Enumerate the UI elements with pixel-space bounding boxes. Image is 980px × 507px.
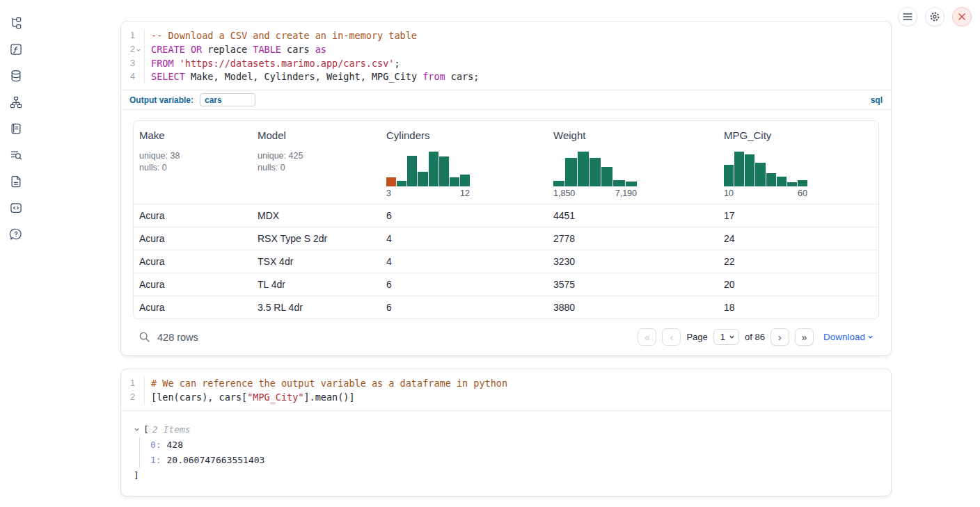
logs-search-icon[interactable]	[8, 147, 24, 163]
code-line: 2 [len(cars), cars["MPG_City"].mean()]	[121, 391, 891, 405]
code-token: TABLE	[253, 44, 281, 55]
menu-button[interactable]	[898, 7, 917, 26]
code-token: 'https://datasets.marimo.app/cars.csv'	[180, 58, 395, 69]
code-token: # We can reference the output variable a…	[151, 378, 507, 389]
histogram-bar	[787, 182, 797, 186]
cell-cylinders: 6	[381, 204, 548, 227]
column-header-model[interactable]: Model unique: 425nulls: 0	[252, 121, 381, 204]
cell-cylinders: 6	[381, 273, 548, 296]
histogram-bar	[386, 177, 396, 186]
sql-code-editor[interactable]: 1 -- Download a CSV and create an in-mem…	[121, 22, 891, 90]
entry-value: 20.060747663551403	[166, 455, 264, 465]
line-number: 4	[130, 70, 135, 84]
table-row: Acura TL 4dr 6 3575 20	[134, 273, 878, 296]
histogram-bar	[601, 167, 612, 186]
histogram-bar	[578, 152, 589, 186]
column-header-cylinders[interactable]: Cylinders 312	[381, 121, 548, 204]
table-row: Acura TSX 4dr 4 3230 22	[134, 250, 878, 273]
column-header-weight[interactable]: Weight 1,8507,190	[548, 121, 718, 204]
histogram-bar	[418, 172, 427, 186]
column-header-mpg-city[interactable]: MPG_City 1060	[718, 121, 878, 204]
documentation-icon[interactable]	[8, 174, 24, 189]
cell-weight: 4451	[548, 204, 718, 227]
next-page-button[interactable]: ›	[770, 328, 789, 346]
fold-chevron-icon[interactable]	[136, 47, 142, 53]
chevron-down-icon	[729, 334, 735, 340]
histogram-bar	[429, 152, 438, 186]
code-token: from	[422, 71, 445, 82]
histogram-bar	[407, 156, 417, 186]
code-token: -- Download a CSV and create an in-memor…	[151, 30, 417, 41]
histogram-cylinders: 312	[386, 150, 470, 198]
notebook: 1 -- Download a CSV and create an in-mem…	[120, 21, 892, 497]
cell-model: MDX	[252, 204, 381, 227]
result-entry: 0: 428	[150, 437, 878, 453]
page-select[interactable]: 1	[713, 329, 739, 345]
python-code-editor[interactable]: 1 # We can reference the output variable…	[121, 369, 891, 410]
cell-mpg: 22	[718, 250, 878, 273]
code-token: cars	[281, 44, 315, 55]
code-line: 3 FROM 'https://datasets.marimo.app/cars…	[121, 57, 891, 71]
hist-max-label: 60	[798, 188, 807, 198]
hist-max-label: 7,190	[615, 188, 637, 198]
histogram-weight: 1,8507,190	[553, 150, 637, 198]
code-token: SELECT	[151, 71, 185, 82]
code-token: [len(cars), cars[	[151, 392, 247, 403]
histogram-bar	[626, 182, 637, 186]
cell-cylinders: 6	[381, 296, 548, 319]
settings-gear-button[interactable]	[925, 7, 945, 26]
prev-page-button[interactable]: ‹	[662, 328, 681, 346]
histogram-bar	[734, 152, 744, 186]
column-title: MPG_City	[724, 129, 873, 141]
cell-make: Acura	[134, 250, 252, 273]
cell-mpg: 17	[718, 204, 878, 227]
column-title: Make	[139, 129, 246, 141]
snippets-icon[interactable]	[8, 200, 24, 216]
page-select-value: 1	[720, 332, 725, 342]
database-icon[interactable]	[8, 68, 24, 83]
file-tree-icon[interactable]	[8, 15, 24, 31]
search-icon[interactable]	[139, 331, 150, 343]
scratchpad-icon[interactable]	[8, 121, 24, 136]
histogram-bar	[439, 156, 449, 186]
download-button[interactable]: Download	[823, 332, 874, 342]
last-page-button[interactable]: »	[795, 328, 814, 346]
histogram-bar	[460, 175, 470, 186]
column-header-make[interactable]: Make unique: 38nulls: 0	[134, 121, 252, 204]
unique-stat: unique: 38	[139, 151, 180, 161]
code-token: "MPG_City"	[247, 392, 303, 403]
nulls-stat: nulls: 0	[258, 163, 285, 172]
help-icon[interactable]	[8, 227, 24, 242]
cell-model: TSX 4dr	[252, 250, 381, 273]
table-row: Acura RSX Type S 2dr 4 2778 24	[134, 227, 878, 250]
row-count-label: 428 rows	[157, 332, 198, 343]
histogram-bar	[553, 181, 564, 186]
cell-weight: 3880	[548, 296, 718, 319]
sql-cell-output: Make unique: 38nulls: 0 Model unique: 42…	[121, 109, 891, 355]
column-title: Weight	[553, 129, 713, 141]
cell-cylinders: 4	[381, 227, 548, 250]
histogram-bar	[777, 177, 787, 186]
line-number: 3	[130, 57, 135, 71]
collapse-chevron-icon[interactable]	[134, 426, 140, 433]
cell-make: Acura	[134, 273, 252, 296]
result-tree: [ 2 Items 0: 428 1: 20.060747663551403 ]	[121, 410, 891, 496]
histogram-bar	[766, 173, 776, 186]
items-count-label: 2 Items	[152, 422, 191, 437]
column-title: Cylinders	[386, 129, 542, 141]
cell-mpg: 18	[718, 296, 878, 319]
hist-min-label: 1,850	[553, 188, 575, 198]
column-title: Model	[258, 129, 375, 141]
shutdown-close-button[interactable]	[952, 7, 972, 26]
first-page-button[interactable]: «	[638, 328, 656, 346]
output-variable-input[interactable]	[200, 93, 255, 106]
code-line: 1 -- Download a CSV and create an in-mem…	[121, 29, 891, 43]
functions-icon[interactable]	[8, 42, 24, 57]
cell-model: 3.5 RL 4dr	[252, 296, 381, 319]
table-row: Acura 3.5 RL 4dr 6 3880 18	[134, 296, 878, 319]
histogram-bar	[798, 180, 807, 186]
bracket-open: [	[143, 422, 149, 437]
dependency-graph-icon[interactable]	[8, 95, 24, 110]
cell-mpg: 24	[718, 227, 878, 250]
histogram-bar	[724, 165, 734, 186]
